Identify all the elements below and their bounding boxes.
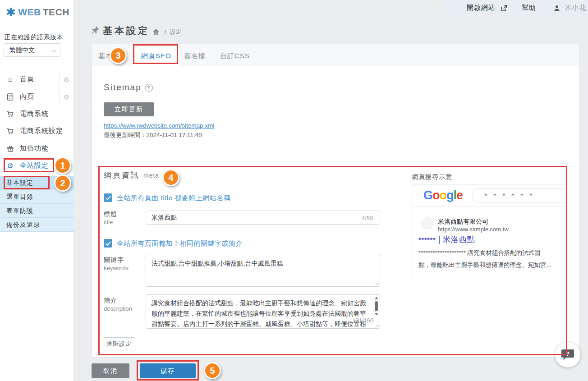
step-badge-4: 4 xyxy=(162,169,179,186)
gear-icon[interactable]: ⚙ xyxy=(64,76,69,83)
logo-text-web: WEB xyxy=(18,7,41,17)
append-sitename-label[interactable]: 全站所有頁面 title 都要附上網站名稱 xyxy=(117,194,230,202)
breadcrumb-current: 設定 xyxy=(170,28,182,35)
google-letter: g xyxy=(446,188,454,202)
meta-section-heading: 網頁資訊meta xyxy=(104,170,159,180)
scroll-up-icon[interactable] xyxy=(375,297,378,299)
svg-text:?: ? xyxy=(566,350,570,357)
home-icon: ⌂ xyxy=(6,76,14,83)
language-select[interactable]: 繁體中文 xyxy=(4,43,60,57)
logo-text-tech: TECH xyxy=(43,7,69,17)
open-website-link[interactable]: 開啟網站 xyxy=(467,4,507,12)
advanced-settings-button[interactable]: 進階設定 xyxy=(103,337,135,350)
chevron-down-icon xyxy=(52,47,57,52)
append-sitename-checkbox[interactable] xyxy=(104,193,112,202)
result-description-line1: ******************** 講究食材組合搭配的法式甜 xyxy=(418,249,562,257)
sidebar-item-label: 全站設定 xyxy=(20,161,49,170)
sitemap-heading-text: Sitemap xyxy=(104,83,142,92)
google-letter: o xyxy=(440,188,447,202)
description-field-label: 簡介 xyxy=(104,297,117,305)
sidebar-item-addons[interactable]: 加值功能 xyxy=(0,140,74,157)
resize-handle-icon[interactable] xyxy=(374,281,379,285)
help-chat-button[interactable]: ? xyxy=(555,342,580,367)
check-icon xyxy=(106,196,111,200)
cart-icon xyxy=(6,127,14,135)
keywords-field-label-en: keywords xyxy=(104,265,129,271)
description-value: 講究食材組合搭配的法式甜點，最能吃出主廚手藝和想傳達的理念、宛如宮殿般的華麗建築… xyxy=(146,295,380,329)
sidebar-item-home[interactable]: ⌂ 首頁 ⚙ xyxy=(0,71,74,87)
cart-icon xyxy=(6,110,14,118)
keywords-textarea[interactable]: 法式甜點,台中甜點推薦,小塔甜點,台中戚風蛋糕 xyxy=(146,255,380,287)
description-field-label-en: description xyxy=(104,305,132,312)
title-field-label: 標題 xyxy=(104,210,117,218)
sidebar-item-ecommerce-settings[interactable]: 電商系統設定 xyxy=(0,123,74,139)
keywords-field-label: 關鍵字 xyxy=(104,256,124,264)
title-field-label-en: title xyxy=(104,219,113,225)
question-circle-icon[interactable]: ? xyxy=(145,84,153,92)
result-description-line2: 點，最能吃出主廚手藝和想傳達的理念、宛如宮... xyxy=(418,261,562,269)
description-char-counter: 131/160 xyxy=(352,317,373,324)
google-letter: o xyxy=(432,188,440,202)
sitemap-last-updated: 最後更新時間：2024-11-01 17:11:40 xyxy=(104,131,202,139)
page-icon xyxy=(6,93,14,101)
update-now-button[interactable]: 立即更新 xyxy=(104,102,154,116)
submenu-item-menu-directory[interactable]: 選單目錄 xyxy=(0,190,74,204)
step-badge-1: 1 xyxy=(54,157,71,174)
language-select-value: 繁體中文 xyxy=(9,46,35,54)
sidebar-item-ecommerce[interactable]: 電商系統 xyxy=(0,106,74,122)
google-letter: e xyxy=(456,188,463,202)
gift-icon xyxy=(6,145,14,152)
sidebar-item-label: 加值功能 xyxy=(20,144,49,153)
title-input[interactable] xyxy=(146,211,380,225)
breadcrumb-home-icon[interactable] xyxy=(152,28,160,35)
step-badge-2: 2 xyxy=(54,174,71,192)
meta-heading-zh: 網頁資訊 xyxy=(104,171,140,179)
sidebar-item-label: 電商系統設定 xyxy=(20,127,63,135)
sidebar-item-label: 電商系統 xyxy=(20,110,49,118)
keywords-value: 法式甜點,台中甜點推薦,小塔甜點,台中戚風蛋糕 xyxy=(146,255,380,272)
save-button[interactable]: 儲存 xyxy=(140,363,196,378)
result-favicon-avatar xyxy=(421,217,433,230)
user-icon xyxy=(554,5,560,11)
scroll-down-icon[interactable] xyxy=(375,313,378,316)
search-preview-card: Google ＊＊＊＊＊＊ 米洛西點有限公司 https://www.sampl… xyxy=(412,184,567,278)
submenu-item-backup-restore[interactable]: 備份及還原 xyxy=(0,218,74,232)
divider xyxy=(59,72,60,87)
cancel-button[interactable]: 取消 xyxy=(92,363,129,378)
sidebar-item-inner-pages[interactable]: 內頁 ⚙ xyxy=(0,88,74,105)
page-title: 基本設定 xyxy=(103,24,150,37)
scrollbar[interactable] xyxy=(373,295,379,325)
result-site-url: https://www.sample.com.tw xyxy=(438,226,509,233)
result-title-stars: ****** xyxy=(418,236,436,243)
asterisk-logo-icon: ✱ xyxy=(6,5,16,19)
tab-custom-css[interactable]: 自訂CSS xyxy=(220,52,250,60)
tab-signature[interactable]: 簽名檔 xyxy=(184,52,206,60)
scroll-thumb[interactable] xyxy=(375,301,378,311)
title-char-counter: 4/50 xyxy=(362,215,373,221)
tab-seo[interactable]: 網頁SEO xyxy=(141,52,171,60)
gear-icon[interactable]: ⚙ xyxy=(64,93,69,100)
help-link[interactable]: 幫助 xyxy=(522,4,536,12)
result-title-link: ****** | 米洛西點 xyxy=(418,234,475,245)
search-preview-heading: 網頁搜尋示意 xyxy=(412,173,452,181)
same-keywords-label[interactable]: 全站所有頁面都加上相同的關鍵字或簡介 xyxy=(117,239,243,248)
description-textarea[interactable]: 講究食材組合搭配的法式甜點，最能吃出主廚手藝和想傳達的理念、宛如宮殿般的華麗建築… xyxy=(146,294,380,329)
user-menu[interactable]: 米小花 xyxy=(554,4,586,12)
open-website-label: 開啟網站 xyxy=(467,4,496,11)
step-badge-5: 5 xyxy=(204,362,221,379)
pushpin-icon[interactable] xyxy=(91,26,100,35)
google-bar: Google ＊＊＊＊＊＊ xyxy=(412,184,566,207)
sidebar-item-label: 內頁 xyxy=(20,92,34,101)
meta-heading-en: meta xyxy=(143,172,159,179)
step-badge-3: 3 xyxy=(110,47,127,64)
google-search-input: ＊＊＊＊＊＊ xyxy=(472,188,567,202)
same-keywords-checkbox[interactable] xyxy=(104,239,112,248)
sitemap-heading: Sitemap? xyxy=(104,83,153,92)
result-site-name: 米洛西點有限公司 xyxy=(438,218,488,226)
gear-icon: ⚙ xyxy=(6,162,14,170)
google-letter: G xyxy=(423,188,432,202)
breadcrumb: / 設定 xyxy=(152,28,182,36)
sitemap-url-link[interactable]: https://www.rwdwebsite.com/sitemap.xml xyxy=(104,122,214,129)
language-section-label: 正在維護的語系版本 xyxy=(5,33,64,41)
submenu-item-form-protection[interactable]: 表單防護 xyxy=(0,204,74,218)
